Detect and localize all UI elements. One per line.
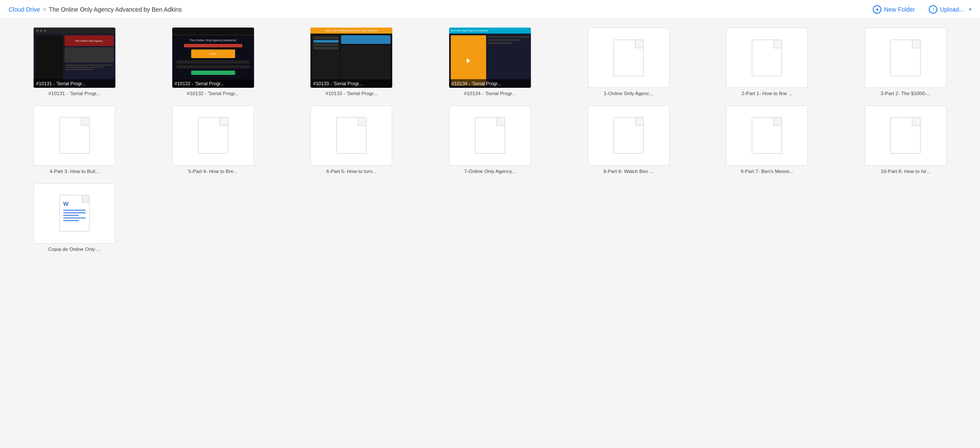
play-icon [452,108,455,112]
thumb-label: #10134 - 'Serial Progr... [449,79,531,88]
file-item-6[interactable]: 2-Part 1- How to fine ... [701,28,833,97]
file-item-4[interactable]: Ben's Messenger Reach and Template #1013… [424,28,556,97]
file-name: Copia de Online Only ... [48,246,101,253]
duration-badge: 12:44 [868,108,884,113]
file-item-15[interactable]: W Copia de Online Only ... [9,183,140,253]
doc-icon [614,40,644,76]
duration-badge: 21:25 [868,30,884,35]
file-name: 1-Online Only Agenc... [604,90,653,97]
file-item-14[interactable]: 12:4410-Part 8- How to hir... [840,105,971,175]
file-name: 10-Part 8- How to hir... [881,168,930,175]
play-icon [868,108,870,112]
thumb-label: #10131 - 'Serial Progr... [34,79,115,88]
header: Cloud Drive > The Online Only Agency Adv… [0,0,980,19]
file-name: 8-Part 6- Watch Ben ... [603,168,654,175]
file-name: 7-Online Only Agency... [464,168,516,175]
file-name: 9-Part 7- Ben's Messe... [741,168,794,175]
file-name: 4-Part 3- How to Buil... [50,168,99,175]
file-item-2[interactable]: The Online Only Agency Advanced LOGO #10… [147,28,279,97]
duration-badge: 13:36 [37,108,53,113]
file-name: #10131 - 'Serial Progr... [49,90,100,97]
doc-icon [752,117,782,154]
breadcrumb-current: The Online Only Agency Advanced by Ben A… [49,6,182,13]
doc-icon [752,40,782,76]
breadcrumb-separator: > [43,6,46,13]
file-item-11[interactable]: 03:057-Online Only Agency... [424,105,556,175]
doc-icon [59,117,90,154]
file-item-13[interactable]: 9-Part 7- Ben's Messe... [701,105,833,175]
breadcrumb-root[interactable]: Cloud Drive [9,6,40,13]
file-item-5[interactable]: 03:451-Online Only Agenc... [563,28,695,97]
file-item-8[interactable]: 13:364-Part 3- How to Buil... [9,105,140,175]
play-icon [591,31,593,34]
file-grid: The Online Only Agency #10131 - 'Serial … [0,19,980,261]
upload-dropdown: ↑ Upload... ▾ [925,3,971,15]
new-folder-button[interactable]: + New Folder [869,3,918,15]
doc-icon [198,117,228,154]
thumb-label: #10133 - 'Serial Progr... [310,79,392,88]
word-doc-icon: W [59,195,90,232]
file-name: 6-Part 5- How to turn... [326,168,376,175]
file-item-1[interactable]: The Online Only Agency #10131 - 'Serial … [9,28,140,97]
new-folder-icon: + [873,5,881,14]
play-icon [868,31,870,34]
upload-icon: ↑ [929,5,937,14]
word-w-icon: W [63,201,68,207]
new-folder-label: New Folder [884,6,915,13]
upload-chevron-icon[interactable]: ▾ [969,7,971,12]
breadcrumb: Cloud Drive > The Online Only Agency Adv… [9,6,182,13]
play-icon [37,108,39,112]
doc-icon [614,117,644,154]
file-item-7[interactable]: 21:253-Part 2- The $1000-... [840,28,971,97]
file-name: #10132 - 'Serial Progr... [187,90,239,97]
file-name: 2-Part 1- How to fine ... [741,90,792,97]
doc-icon [890,40,921,76]
doc-icon [475,117,505,154]
file-item-10[interactable]: 09:016-Part 5- How to turn... [285,105,417,175]
doc-icon [336,117,366,154]
play-icon [313,108,316,112]
upload-label: Upload... [940,6,964,13]
file-item-12[interactable]: 8-Part 6- Watch Ben ... [563,105,695,175]
duration-badge: 03:05 [452,108,468,113]
thumb-label: #10132 - 'Serial Progr... [172,79,254,88]
file-name: 3-Part 2- The $1000-... [881,90,930,97]
header-actions: + New Folder ↑ Upload... ▾ [869,3,971,15]
file-name: #10133 - 'Serial Progr... [326,90,377,97]
upload-button[interactable]: ↑ Upload... [925,3,968,15]
file-name: #10134 - 'Serial Progr... [464,90,516,97]
duration-badge: 03:45 [591,30,607,35]
file-item-9[interactable]: 5-Part 4- How to Bre... [147,105,279,175]
file-item-3[interactable]: Part 3: Ben's Messenger Reach and Templa… [285,28,417,97]
file-name: 5-Part 4- How to Bre... [188,168,237,175]
doc-icon [890,117,921,154]
duration-badge: 09:01 [313,108,329,113]
